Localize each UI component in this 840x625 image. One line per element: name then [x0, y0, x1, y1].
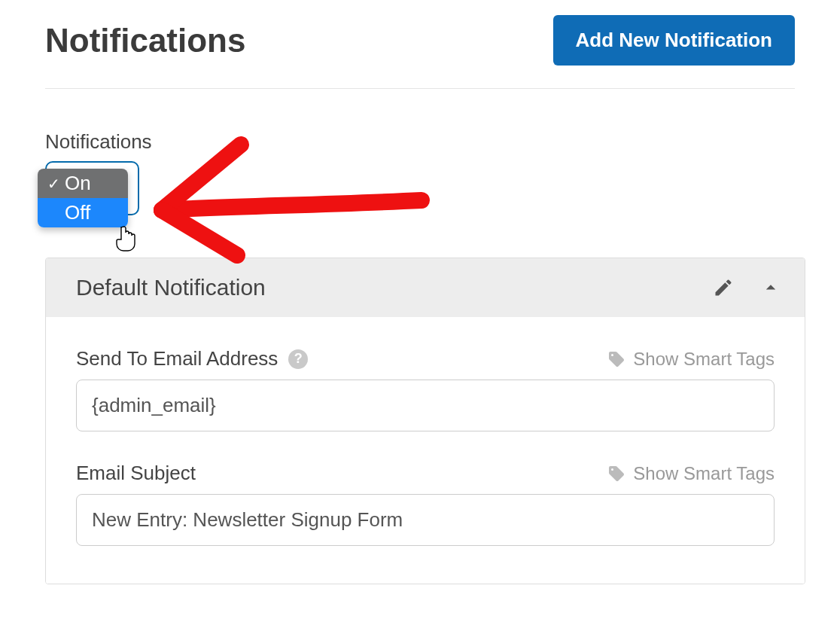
subject-smart-tags-label: Show Smart Tags: [633, 463, 775, 484]
toggle-option-on[interactable]: ✓ On: [38, 169, 128, 198]
send-to-input[interactable]: [76, 380, 775, 431]
subject-smart-tags[interactable]: Show Smart Tags: [607, 463, 775, 484]
send-to-label: Send To Email Address ?: [76, 347, 308, 370]
send-to-row: Send To Email Address ? Show Smart Tags: [76, 347, 775, 370]
collapse-icon[interactable]: [759, 276, 782, 299]
subject-label: Email Subject: [76, 462, 196, 485]
toggle-option-on-label: On: [65, 172, 91, 195]
panel-actions: [713, 276, 782, 299]
send-to-label-text: Send To Email Address: [76, 347, 278, 370]
help-icon[interactable]: ?: [288, 349, 308, 369]
send-to-smart-tags-label: Show Smart Tags: [633, 349, 775, 370]
cursor-pointer-icon: [114, 226, 137, 252]
subject-row: Email Subject Show Smart Tags: [76, 462, 775, 485]
tag-icon: [607, 350, 625, 368]
checkmark-icon: ✓: [47, 175, 60, 193]
panel-body: Send To Email Address ? Show Smart Tags …: [46, 317, 805, 584]
notifications-toggle-label: Notifications: [45, 130, 795, 154]
panel-header: Default Notification: [46, 258, 805, 317]
page-header: Notifications Add New Notification: [45, 15, 795, 89]
notification-panel: Default Notification Send To Email Addre…: [45, 258, 805, 584]
subject-label-text: Email Subject: [76, 462, 196, 485]
page-title: Notifications: [45, 22, 245, 59]
add-new-notification-button[interactable]: Add New Notification: [553, 15, 795, 66]
notifications-toggle[interactable]: ✓ On Off: [45, 161, 795, 221]
subject-input[interactable]: [76, 494, 775, 546]
toggle-dropdown[interactable]: ✓ On Off: [38, 169, 128, 227]
tag-icon: [607, 465, 625, 483]
send-to-smart-tags[interactable]: Show Smart Tags: [607, 349, 775, 370]
panel-title: Default Notification: [76, 275, 266, 300]
toggle-option-off-label: Off: [65, 201, 90, 224]
toggle-option-off[interactable]: Off: [38, 198, 128, 227]
edit-icon[interactable]: [713, 277, 734, 298]
